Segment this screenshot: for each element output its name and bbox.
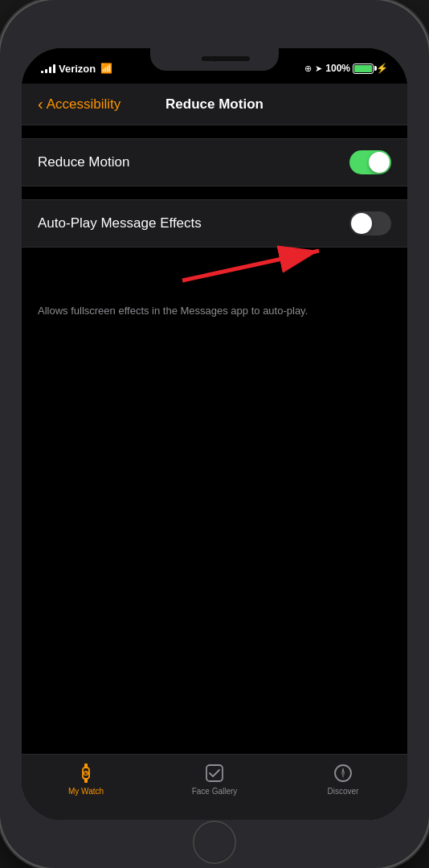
- svg-line-1: [182, 251, 319, 280]
- wifi-icon: 📶: [100, 63, 112, 74]
- my-watch-label: My Watch: [68, 787, 104, 796]
- svg-rect-3: [84, 764, 88, 768]
- face-gallery-icon: [204, 763, 225, 784]
- auto-play-label: Auto-Play Message Effects: [38, 215, 202, 231]
- home-button-area: [193, 820, 236, 865]
- reduce-motion-toggle[interactable]: [349, 150, 391, 174]
- back-chevron-icon: ‹: [38, 96, 43, 112]
- tab-bar: My Watch Face Gallery Discover: [22, 754, 407, 820]
- tab-face-gallery[interactable]: Face Gallery: [182, 763, 247, 796]
- discover-icon: [333, 763, 353, 784]
- discover-label: Discover: [328, 787, 359, 796]
- content-area: Reduce Motion Auto-Play Message Effects: [22, 125, 407, 754]
- battery-container: 100% ⚡: [325, 63, 388, 74]
- back-button[interactable]: ‹ Accessibility: [38, 96, 121, 113]
- back-label: Accessibility: [47, 96, 121, 113]
- reduce-motion-group: Reduce Motion: [22, 138, 407, 186]
- home-button[interactable]: [193, 821, 236, 864]
- auto-play-group: Auto-Play Message Effects: [22, 199, 407, 331]
- navigation-icon: ➤: [315, 63, 322, 74]
- auto-play-description: Allows fullscreen effects in the Message…: [22, 296, 407, 331]
- reduce-motion-label: Reduce Motion: [38, 154, 129, 170]
- auto-play-toggle[interactable]: [349, 211, 391, 235]
- signal-strength-icon: [41, 63, 55, 73]
- my-watch-icon: [76, 763, 96, 784]
- location-icon: ⊕: [304, 63, 312, 74]
- phone-screen: Verizon 📶 10:25 AM ⊕ ➤ 100% ⚡ ‹: [22, 48, 407, 820]
- carrier-label: Verizon: [59, 63, 96, 75]
- reduce-motion-row: Reduce Motion: [22, 138, 407, 186]
- tab-my-watch[interactable]: My Watch: [54, 763, 118, 796]
- tab-discover[interactable]: Discover: [311, 763, 375, 796]
- svg-rect-4: [84, 778, 88, 783]
- battery-percent-label: 100%: [325, 63, 350, 74]
- earpiece-speaker: [202, 56, 250, 61]
- nav-bar: ‹ Accessibility Reduce Motion: [22, 84, 407, 125]
- toggle-thumb: [369, 152, 390, 173]
- toggle-thumb-2: [351, 213, 372, 234]
- status-right: ⊕ ➤ 100% ⚡: [304, 63, 388, 74]
- red-arrow-svg: [22, 236, 407, 285]
- battery-fill: [354, 65, 372, 72]
- face-gallery-label: Face Gallery: [192, 787, 238, 796]
- status-left: Verizon 📶: [41, 63, 112, 75]
- battery-icon: [353, 63, 374, 74]
- svg-rect-8: [206, 765, 223, 781]
- nav-title: Reduce Motion: [165, 96, 264, 113]
- phone-frame: Verizon 📶 10:25 AM ⊕ ➤ 100% ⚡ ‹: [0, 0, 429, 868]
- charging-icon: ⚡: [376, 63, 388, 74]
- arrow-annotation: [22, 248, 407, 296]
- notch: [150, 48, 279, 71]
